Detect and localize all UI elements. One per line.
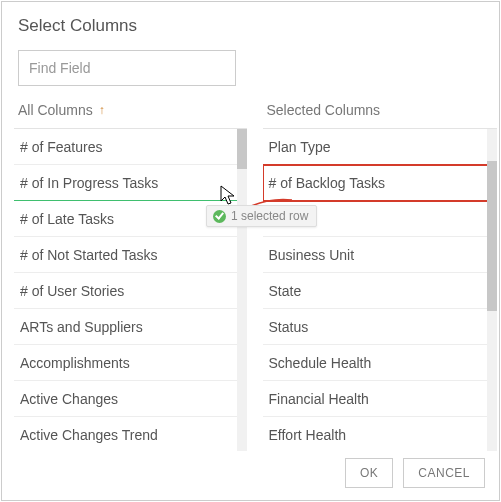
list-item[interactable]: State [263, 273, 498, 309]
all-columns-panel: All Columns ↑ # of Features # of In Prog… [2, 96, 251, 451]
scrollbar-thumb[interactable] [487, 161, 497, 311]
drag-tooltip: 1 selected row [206, 205, 317, 227]
drag-tooltip-label: 1 selected row [231, 209, 308, 223]
columns-area: All Columns ↑ # of Features # of In Prog… [2, 96, 499, 451]
list-item[interactable]: Status [263, 309, 498, 345]
select-columns-dialog: Select Columns All Columns ↑ # of Featur… [1, 1, 500, 501]
list-item[interactable]: Financial Health [263, 381, 498, 417]
dialog-footer: OK CANCEL [345, 458, 485, 488]
list-item[interactable]: Business Unit [263, 237, 498, 273]
all-columns-header-label: All Columns [18, 102, 93, 118]
check-circle-icon [213, 210, 226, 223]
list-item[interactable]: ARTs and Suppliers [14, 309, 247, 345]
list-item[interactable]: Plan Type [263, 129, 498, 165]
scrollbar-track[interactable] [487, 129, 497, 451]
all-columns-list-wrap: # of Features # of In Progress Tasks # o… [14, 128, 247, 451]
search-input[interactable] [18, 50, 236, 86]
selected-columns-header-label: Selected Columns [267, 102, 381, 118]
list-item[interactable]: # of User Stories [14, 273, 247, 309]
all-columns-header[interactable]: All Columns ↑ [14, 96, 251, 128]
scrollbar-track[interactable] [237, 129, 247, 451]
selected-columns-header[interactable]: Selected Columns [263, 96, 498, 128]
scrollbar-thumb[interactable] [237, 129, 247, 169]
dialog-title: Select Columns [2, 2, 499, 42]
selected-columns-panel: Selected Columns Plan Type # of Backlog … [251, 96, 500, 451]
list-item[interactable]: Effort Health [263, 417, 498, 451]
selected-columns-list: Plan Type # of Backlog Tasks Business Un… [263, 129, 498, 451]
cancel-button[interactable]: CANCEL [403, 458, 485, 488]
list-item[interactable]: # of Not Started Tasks [14, 237, 247, 273]
list-item[interactable]: Accomplishments [14, 345, 247, 381]
list-item[interactable]: # of Features [14, 129, 247, 165]
all-columns-list: # of Features # of In Progress Tasks # o… [14, 129, 247, 451]
ok-button[interactable]: OK [345, 458, 393, 488]
list-item[interactable]: Schedule Health [263, 345, 498, 381]
list-item[interactable]: # of In Progress Tasks [14, 165, 247, 201]
search-wrap [2, 42, 499, 96]
sort-asc-icon: ↑ [99, 103, 105, 117]
list-item[interactable]: # of Backlog Tasks [263, 165, 498, 201]
selected-columns-list-wrap: Plan Type # of Backlog Tasks Business Un… [263, 128, 498, 451]
list-item[interactable]: Active Changes Trend [14, 417, 247, 451]
list-item[interactable]: Active Changes [14, 381, 247, 417]
